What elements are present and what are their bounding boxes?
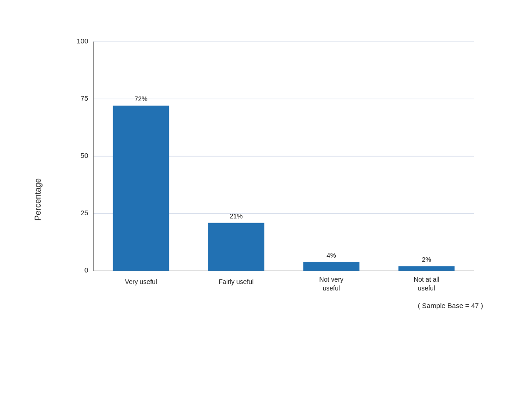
y-tick-0: 0 xyxy=(85,266,88,274)
bar-label-not-very-useful: 4% xyxy=(326,252,336,259)
x-label-fairly-useful: Fairly useful xyxy=(219,278,254,285)
bar-label-very-useful: 72% xyxy=(134,95,147,103)
bar-not-at-all-useful xyxy=(399,266,455,271)
bar-fairly-useful xyxy=(208,223,264,271)
sample-base: ( Sample Base = 47 ) xyxy=(54,302,492,309)
x-label-not-very-useful-2: useful xyxy=(323,284,340,292)
bar-label-fairly-useful: 21% xyxy=(230,212,242,220)
y-tick-75: 75 xyxy=(80,94,88,102)
x-label-not-at-all-useful: Not at all xyxy=(414,276,439,283)
bar-very-useful xyxy=(113,106,169,271)
x-label-very-useful: Very useful xyxy=(125,278,157,285)
bar-label-not-at-all-useful: 2% xyxy=(422,256,431,263)
y-tick-50: 50 xyxy=(80,151,88,159)
bar-not-very-useful xyxy=(303,262,360,271)
y-tick-25: 25 xyxy=(80,209,88,217)
x-label-not-very-useful: Not very xyxy=(319,276,343,283)
y-axis-label: Percentage xyxy=(33,178,43,221)
x-label-not-at-all-useful-2: useful xyxy=(418,284,435,292)
chart-svg: 100 75 50 25 0 72% 21% 4% 2% Very useful… xyxy=(54,29,492,297)
y-tick-100: 100 xyxy=(77,37,88,45)
chart-container: Percentage 100 75 50 25 0 72% 21% 4% xyxy=(12,10,520,389)
